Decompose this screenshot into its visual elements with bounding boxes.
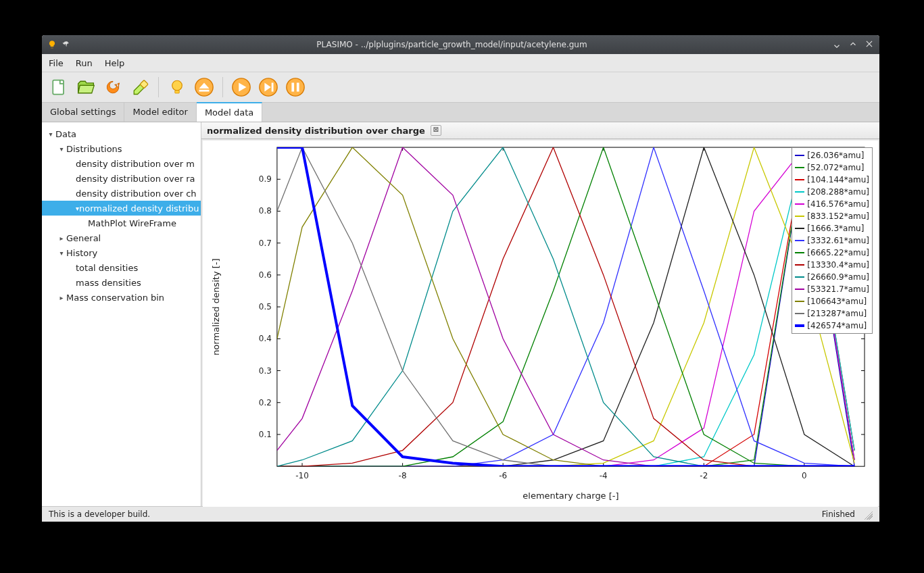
app-icon: [47, 40, 57, 49]
svg-text:-10: -10: [295, 471, 309, 480]
svg-text:-6: -6: [499, 471, 507, 480]
close-button[interactable]: [865, 39, 874, 51]
svg-text:0.6: 0.6: [259, 270, 272, 280]
svg-rect-8: [272, 82, 274, 91]
tree-h2[interactable]: mass densities: [42, 275, 201, 290]
svg-text:0.7: 0.7: [259, 239, 272, 248]
chart: 0.10.20.30.40.50.60.70.80.9-10-8-6-4-20e…: [203, 141, 878, 507]
window-title: PLASIMO - ../plplugins/particle_growth_m…: [72, 40, 832, 49]
legend-item: [208.288*amu]: [795, 186, 869, 198]
menu-run[interactable]: Run: [76, 58, 93, 68]
tabstrip: Global settings Model editor Model data: [42, 103, 879, 122]
legend-item: [53321.7*amu]: [795, 283, 869, 295]
svg-text:normalized density [-]: normalized density [-]: [211, 258, 221, 355]
legend-item: [26.036*amu]: [795, 149, 869, 161]
content-tab-close[interactable]: ⊠: [431, 125, 441, 136]
svg-text:0.8: 0.8: [259, 206, 272, 216]
content-area: normalized density distribution over cha…: [201, 122, 879, 506]
legend-item: [1666.3*amu]: [795, 222, 869, 234]
maximize-button[interactable]: [848, 39, 858, 51]
tree-distributions[interactable]: ▾Distributions: [42, 141, 201, 156]
open-button[interactable]: [74, 76, 97, 99]
svg-text:0.3: 0.3: [259, 366, 272, 376]
legend-item: [833.152*amu]: [795, 210, 869, 222]
svg-rect-10: [291, 82, 294, 91]
legend-item: [213287*amu]: [795, 307, 869, 320]
clear-button[interactable]: [128, 76, 151, 99]
legend-item: [6665.22*amu]: [795, 247, 869, 259]
svg-text:0: 0: [802, 471, 807, 480]
svg-text:elementary charge [-]: elementary charge [-]: [522, 491, 618, 501]
tab-model-editor[interactable]: Model editor: [124, 103, 196, 122]
tree-d4[interactable]: ▾normalized density distribu: [42, 201, 201, 216]
svg-text:-8: -8: [399, 471, 407, 480]
tab-model-data[interactable]: Model data: [197, 102, 262, 122]
status-right: Finished: [822, 509, 855, 519]
tree-d4c[interactable]: MathPlot WireFrame: [42, 216, 201, 230]
tree-h1[interactable]: total densities: [42, 260, 201, 275]
tree-history[interactable]: ▾History: [42, 245, 201, 260]
svg-point-9: [287, 78, 304, 96]
menubar: File Run Help: [42, 54, 879, 72]
legend-item: [26660.9*amu]: [795, 271, 869, 283]
pin-icon[interactable]: [62, 40, 72, 49]
titlebar[interactable]: PLASIMO - ../plplugins/particle_growth_m…: [42, 35, 879, 54]
menu-help[interactable]: Help: [105, 58, 125, 68]
toolbar: [42, 72, 879, 103]
svg-rect-11: [297, 82, 299, 91]
legend-item: [13330.4*amu]: [795, 259, 869, 271]
tree-d3[interactable]: density distribution over ch: [42, 186, 201, 201]
resize-grip[interactable]: [862, 509, 873, 520]
svg-text:0.5: 0.5: [259, 302, 272, 312]
legend-item: [3332.61*amu]: [795, 234, 869, 247]
statusbar: This is a developer build. Finished: [42, 506, 879, 522]
svg-text:0.2: 0.2: [259, 398, 272, 407]
menu-file[interactable]: File: [49, 58, 64, 68]
content-tab-title: normalized density distribution over cha…: [207, 126, 425, 136]
legend-item: [416.576*amu]: [795, 198, 869, 210]
tree-mass[interactable]: ▸Mass conservation bin: [42, 290, 201, 305]
app-window: PLASIMO - ../plplugins/particle_growth_m…: [42, 35, 879, 522]
legend-item: [106643*amu]: [795, 295, 869, 307]
svg-text:0.1: 0.1: [259, 430, 272, 439]
legend-item: [52.072*amu]: [795, 161, 869, 174]
svg-text:0.9: 0.9: [259, 174, 272, 184]
eject-button[interactable]: [193, 76, 216, 99]
tree-general[interactable]: ▸General: [42, 230, 201, 245]
step-button[interactable]: [257, 76, 280, 99]
idea-button[interactable]: [166, 76, 189, 99]
svg-rect-0: [53, 80, 64, 95]
legend-item: [426574*amu]: [795, 320, 869, 332]
reload-button[interactable]: [101, 76, 124, 99]
tree-panel: ▾Data ▾Distributions density distributio…: [42, 122, 201, 506]
tab-global-settings[interactable]: Global settings: [42, 103, 124, 122]
svg-rect-3: [175, 91, 180, 93]
svg-point-2: [172, 80, 183, 91]
status-left: This is a developer build.: [49, 509, 150, 519]
minimize-button[interactable]: [832, 39, 842, 51]
pause-button[interactable]: [284, 76, 307, 99]
svg-rect-5: [199, 90, 210, 92]
tree-d2[interactable]: density distribution over ra: [42, 171, 201, 186]
new-button[interactable]: [47, 76, 70, 99]
svg-text:0.4: 0.4: [259, 334, 272, 343]
tree-data[interactable]: ▾Data: [42, 126, 201, 141]
chart-legend: [26.036*amu][52.072*amu][104.144*amu][20…: [792, 147, 873, 334]
tree-d1[interactable]: density distribution over m: [42, 156, 201, 171]
svg-text:-4: -4: [600, 471, 608, 480]
play-button[interactable]: [230, 76, 253, 99]
legend-item: [104.144*amu]: [795, 174, 869, 186]
svg-text:-2: -2: [700, 471, 708, 480]
content-tab: normalized density distribution over cha…: [201, 122, 879, 139]
